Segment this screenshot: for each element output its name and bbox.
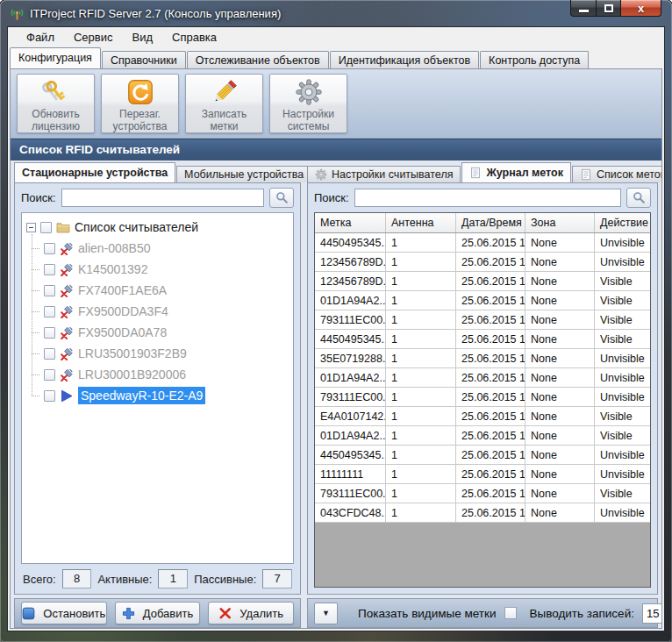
Остановить-button[interactable]: Остановить xyxy=(21,602,107,624)
left-search-input[interactable] xyxy=(61,189,264,207)
reader-checkbox[interactable] xyxy=(44,327,55,339)
table-cell: 01D1A94A2... xyxy=(315,291,386,310)
toolbar-button-1[interactable]: Обновитьлицензию xyxy=(17,74,95,133)
action-label: Удалить xyxy=(239,607,283,620)
table-row[interactable]: 793111EC00...125.06.2015 1...NoneVisible xyxy=(315,310,650,330)
column-header-Метка[interactable]: Метка xyxy=(315,213,386,232)
table-row[interactable]: 043CFDC48...125.06.2015 1...NoneUnvisibl… xyxy=(315,503,650,523)
column-header-Антенна[interactable]: Антенна xyxy=(386,213,456,232)
table-row[interactable]: E4A0107142...125.06.2015 1...NoneVisible xyxy=(315,407,650,426)
tree-item-alien-008B50[interactable]: alien-008B50 xyxy=(24,238,291,259)
Добавить-button[interactable]: Добавить xyxy=(115,602,201,624)
table-cell: 35E0719288... xyxy=(315,349,386,367)
minimize-button[interactable] xyxy=(570,0,597,17)
tree-item-LRU30001B920006[interactable]: LRU30001B920006 xyxy=(24,364,291,385)
table-cell: None xyxy=(525,465,595,483)
menu-item-Файл[interactable]: Файл xyxy=(17,28,64,46)
tab-label: Стационарные устройства xyxy=(22,168,168,178)
right-search-button[interactable] xyxy=(626,188,651,208)
menu-item-Справка[interactable]: Справка xyxy=(162,28,226,46)
tree-children: alien-008B50 K145001392 FX7400F1AE6A FX9… xyxy=(24,238,291,406)
reader-checkbox[interactable] xyxy=(44,348,55,360)
table-cell: 123456789D... xyxy=(315,253,386,271)
column-header-Дата/Время[interactable]: Дата/Время xyxy=(456,213,525,232)
column-header-Действие[interactable]: Действие xyxy=(595,213,650,232)
tab-Конфигурация[interactable]: Конфигурация xyxy=(10,47,101,68)
app-antenna-icon xyxy=(10,6,25,21)
table-row[interactable]: 4450495345...125.06.2015 1...NoneVisible xyxy=(315,330,650,349)
reader-checkbox[interactable] xyxy=(44,369,55,381)
tab-Стационарные устройства[interactable]: Стационарные устройства xyxy=(14,162,175,182)
menu-item-Сервис[interactable]: Сервис xyxy=(64,28,123,46)
records-value[interactable]: 15 xyxy=(643,604,661,623)
table-row[interactable]: 793111EC00...125.06.2015 1...NoneVisible xyxy=(315,484,650,503)
table-row[interactable]: 4450495345...125.06.2015 1...NoneUnvisib… xyxy=(315,233,650,253)
reader-checkbox[interactable] xyxy=(44,306,55,317)
tree-item-SpeedwayR-10-E2-A9[interactable]: SpeedwayR-10-E2-A9 xyxy=(24,385,291,406)
table-row[interactable]: 01D1A94A2...125.06.2015 1...NoneUnvisibl… xyxy=(315,368,650,388)
restart-icon xyxy=(125,77,155,107)
reader-checkbox[interactable] xyxy=(44,243,55,254)
counter-value: 8 xyxy=(62,569,92,588)
tree-connector xyxy=(32,248,39,249)
table-row[interactable]: 123456789D...125.06.2015 1...NoneUnvisib… xyxy=(315,253,650,272)
counter-label: Пассивные: xyxy=(194,573,256,586)
maximize-button[interactable] xyxy=(597,0,621,17)
doc-icon xyxy=(580,168,592,181)
column-header-Зона[interactable]: Зона xyxy=(525,213,595,232)
table-row[interactable]: 793111EC00...125.06.2015 1...NoneUnvisib… xyxy=(315,388,650,407)
collapse-icon[interactable] xyxy=(26,223,36,232)
table-cell: 25.06.2015 1... xyxy=(456,291,525,310)
tab-Список меток[interactable]: Список меток xyxy=(572,166,661,182)
toolbar-button-3[interactable]: Записатьметки xyxy=(185,74,263,133)
counter-label: Активные: xyxy=(97,573,152,586)
tab-Мобильные устройства[interactable]: Мобильные устройства xyxy=(176,166,311,182)
show-visible-checkbox[interactable] xyxy=(504,607,517,619)
tree-item-FX7400F1AE6A[interactable]: FX7400F1AE6A xyxy=(24,280,291,301)
tab-Идентификация объектов[interactable]: Идентификация объектов xyxy=(330,51,479,68)
table-cell: Visible xyxy=(595,330,650,348)
reader-name: K145001392 xyxy=(78,262,147,276)
table-row[interactable]: 01D1A94A2...125.06.2015 1...NoneVisible xyxy=(315,291,650,310)
client-area: ФайлСервисВидСправка КонфигурацияСправоч… xyxy=(7,26,665,631)
tab-Журнал меток[interactable]: Журнал меток xyxy=(461,162,571,182)
tab-Настройки считывателя[interactable]: Настройки считывателя xyxy=(307,166,461,182)
table-row[interactable]: 4450495345...125.06.2015 1...NoneUnvisib… xyxy=(315,446,650,465)
tree-root[interactable]: Список считывателей xyxy=(24,217,291,238)
toolbar-button-2[interactable]: Перезаг.устройства xyxy=(101,74,179,133)
tree-item-FX9500DA0A78[interactable]: FX9500DA0A78 xyxy=(24,322,291,343)
tree-item-LRU35001903F2B9[interactable]: LRU35001903F2B9 xyxy=(24,343,291,364)
menubar: ФайлСервисВидСправка xyxy=(8,27,664,47)
reader-checkbox[interactable] xyxy=(44,264,55,275)
tags-table-header: МеткаАнтеннаДата/ВремяЗонаДействие xyxy=(315,213,650,233)
table-cell: 1 xyxy=(386,465,456,483)
root-checkbox[interactable] xyxy=(40,222,52,233)
close-button[interactable]: x xyxy=(621,0,661,17)
tab-Отслеживание объектов[interactable]: Отслеживание объектов xyxy=(187,51,329,68)
tree-item-K145001392[interactable]: K145001392 xyxy=(24,259,291,280)
reader-checkbox[interactable] xyxy=(44,390,55,402)
Удалить-button[interactable]: Удалить xyxy=(208,602,294,624)
table-row[interactable]: 123456789D...125.06.2015 1...NoneVisible xyxy=(315,272,650,291)
table-row[interactable]: 01D1A94A2...125.06.2015 1...NoneVisible xyxy=(315,426,650,446)
toolbar-button-4[interactable]: Настройкисистемы xyxy=(269,74,347,133)
left-search-button[interactable] xyxy=(269,188,294,208)
right-search-input[interactable] xyxy=(354,189,621,207)
footer-dropdown-button[interactable]: ▼ xyxy=(314,603,338,624)
reader-checkbox[interactable] xyxy=(44,285,55,296)
reader-name: SpeedwayR-10-E2-A9 xyxy=(78,387,205,404)
table-row[interactable]: 35E0719288...125.06.2015 1...NoneUnvisib… xyxy=(315,349,650,368)
left-tabstrip: Стационарные устройстваМобильные устройс… xyxy=(14,162,301,182)
table-cell: 25.06.2015 1... xyxy=(456,272,525,290)
tab-Контроль доступа[interactable]: Контроль доступа xyxy=(480,51,589,68)
table-cell: None xyxy=(525,426,595,445)
tab-Справочники[interactable]: Справочники xyxy=(102,51,186,68)
main-area: Стационарные устройстваМобильные устройс… xyxy=(11,160,661,628)
table-cell: None xyxy=(525,388,595,406)
reader-name: FX9500DDA3F4 xyxy=(78,304,168,318)
table-cell: Unvisible xyxy=(595,233,650,252)
table-row[interactable]: 11111111125.06.2015 1...NoneUnvisible xyxy=(315,465,650,484)
table-cell: 25.06.2015 1... xyxy=(456,233,525,252)
menu-item-Вид[interactable]: Вид xyxy=(123,28,163,46)
tree-item-FX9500DDA3F4[interactable]: FX9500DDA3F4 xyxy=(24,301,291,322)
